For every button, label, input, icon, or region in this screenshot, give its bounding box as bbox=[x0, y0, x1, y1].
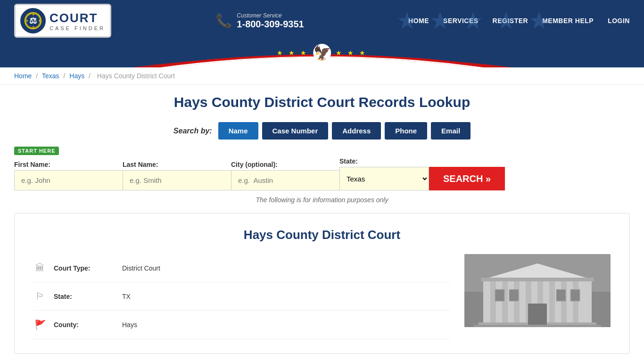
banner-arch: ★ ★ ★ 🦅 ★ ★ ★ bbox=[0, 41, 644, 67]
state-label-detail: State: bbox=[54, 293, 115, 300]
breadcrumb: Home / Texas / Hays / Hays County Distri… bbox=[0, 67, 644, 85]
last-name-field: Last Name: bbox=[123, 161, 231, 190]
svg-rect-27 bbox=[570, 289, 580, 301]
breadcrumb-state[interactable]: Texas bbox=[42, 72, 59, 80]
breadcrumb-current: Hays County District Court bbox=[97, 72, 175, 80]
customer-service: 📞 Customer Service 1-800-309-9351 bbox=[215, 12, 304, 30]
svg-text:★: ★ bbox=[26, 19, 28, 22]
court-card-title: Hays County District Court bbox=[33, 228, 611, 242]
stars-left: ★ ★ ★ bbox=[277, 49, 308, 57]
svg-text:★: ★ bbox=[32, 25, 34, 28]
search-form: START HERE First Name: Last Name: City (… bbox=[14, 147, 630, 190]
form-row: First Name: Last Name: City (optional): … bbox=[14, 157, 630, 190]
state-select[interactable]: Texas bbox=[339, 167, 429, 190]
cs-text: Customer Service 1-800-309-9351 bbox=[237, 12, 304, 30]
logo-court-label: COURT bbox=[50, 11, 105, 25]
tab-phone[interactable]: Phone bbox=[385, 122, 427, 140]
svg-rect-16 bbox=[549, 280, 555, 322]
star-icon: ★ bbox=[462, 7, 484, 34]
header-stars-bg: ★ ★ ★ ★ ★ bbox=[396, 0, 550, 41]
first-name-input[interactable] bbox=[14, 170, 123, 190]
court-type-value: District Court bbox=[122, 264, 160, 272]
tab-name[interactable]: Name bbox=[218, 122, 258, 140]
stars-right: ★ ★ ★ bbox=[336, 49, 367, 57]
svg-rect-22 bbox=[474, 325, 601, 327]
breadcrumb-sep2: / bbox=[64, 72, 67, 80]
court-type-label: Court Type: bbox=[54, 264, 115, 272]
phone-icon: 📞 bbox=[215, 13, 232, 29]
last-name-input[interactable] bbox=[123, 170, 231, 190]
nav-member-help[interactable]: MEMBER HELP bbox=[542, 17, 594, 25]
arch-eagle: ★ ★ ★ 🦅 ★ ★ ★ bbox=[277, 44, 367, 62]
court-card: Hays County District Court 🏛 Court Type:… bbox=[14, 213, 630, 354]
county-row: 🚩 County: Hays bbox=[33, 311, 450, 339]
first-name-label: First Name: bbox=[14, 161, 123, 168]
cs-label: Customer Service bbox=[237, 12, 304, 19]
courthouse-image bbox=[464, 254, 611, 327]
court-info-layout: 🏛 Court Type: District Court 🏳 State: TX… bbox=[33, 254, 611, 339]
svg-text:★: ★ bbox=[32, 13, 34, 16]
main-content: Hays County District Court Records Looku… bbox=[0, 85, 644, 362]
state-row: 🏳 State: TX bbox=[33, 282, 450, 311]
tab-email[interactable]: Email bbox=[431, 122, 471, 140]
svg-rect-20 bbox=[481, 278, 594, 281]
state-value-detail: TX bbox=[122, 293, 131, 300]
cs-phone: 1-800-309-9351 bbox=[237, 19, 304, 30]
svg-rect-23 bbox=[528, 304, 547, 325]
last-name-label: Last Name: bbox=[123, 161, 231, 168]
svg-text:★: ★ bbox=[38, 19, 41, 22]
court-type-icon: 🏛 bbox=[33, 263, 47, 273]
search-button[interactable]: SEARCH » bbox=[429, 167, 505, 190]
court-type-row: 🏛 Court Type: District Court bbox=[33, 254, 450, 282]
svg-rect-26 bbox=[556, 289, 566, 301]
tab-address[interactable]: Address bbox=[332, 122, 381, 140]
breadcrumb-county[interactable]: Hays bbox=[69, 72, 84, 80]
svg-rect-25 bbox=[509, 289, 519, 301]
logo-case-finder-label: CASE FINDER bbox=[50, 25, 105, 31]
city-field: City (optional): bbox=[231, 161, 339, 190]
site-header: ★ ★ ★ ★ ★ ⚖ ★ ★ ★ ★ COURT CASE FIN bbox=[0, 0, 644, 41]
city-label: City (optional): bbox=[231, 161, 339, 168]
nav-login[interactable]: LOGIN bbox=[608, 17, 630, 25]
star-icon: ★ bbox=[528, 7, 550, 34]
eagle-icon: 🦅 bbox=[313, 44, 331, 62]
emblem-svg: ⚖ ★ ★ ★ ★ bbox=[25, 12, 41, 29]
court-details: 🏛 Court Type: District Court 🏳 State: TX… bbox=[33, 254, 450, 339]
state-icon: 🏳 bbox=[33, 291, 47, 302]
first-name-field: First Name: bbox=[14, 161, 123, 190]
logo-box: ⚖ ★ ★ ★ ★ COURT CASE FINDER bbox=[14, 4, 111, 38]
city-input[interactable] bbox=[231, 170, 339, 190]
county-value: Hays bbox=[122, 321, 137, 329]
breadcrumb-sep1: / bbox=[36, 72, 40, 80]
page-title: Hays County District Court Records Looku… bbox=[14, 94, 630, 110]
search-by-row: Search by: Name Case Number Address Phon… bbox=[14, 122, 630, 140]
search-by-label: Search by: bbox=[173, 127, 212, 135]
logo-emblem: ⚖ ★ ★ ★ ★ bbox=[20, 8, 46, 33]
state-field: State: Texas bbox=[339, 157, 429, 190]
star-icon: ★ bbox=[495, 7, 517, 34]
star-icon: ★ bbox=[396, 7, 418, 34]
logo-text: COURT CASE FINDER bbox=[50, 11, 105, 31]
breadcrumb-home[interactable]: Home bbox=[14, 72, 32, 80]
county-label: County: bbox=[54, 321, 115, 329]
svg-rect-24 bbox=[495, 289, 504, 301]
star-icon: ★ bbox=[429, 7, 451, 34]
county-icon: 🚩 bbox=[33, 319, 47, 330]
tab-case-number[interactable]: Case Number bbox=[262, 122, 329, 140]
start-here-badge: START HERE bbox=[14, 147, 59, 155]
courthouse-svg bbox=[464, 254, 611, 327]
breadcrumb-sep3: / bbox=[89, 72, 92, 80]
state-label: State: bbox=[339, 157, 429, 165]
info-note: The following is for information purpose… bbox=[14, 196, 630, 204]
svg-text:⚖: ⚖ bbox=[29, 16, 37, 25]
logo-area: ⚖ ★ ★ ★ ★ COURT CASE FINDER bbox=[14, 4, 111, 38]
